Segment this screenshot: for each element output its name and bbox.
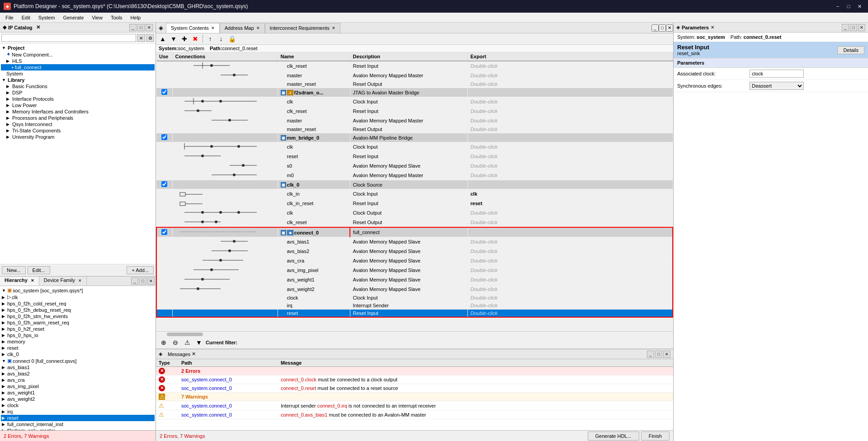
use-cell[interactable]	[156, 88, 172, 97]
tab-device-family[interactable]: Device Family ✕	[39, 277, 87, 286]
export-cell[interactable]: Double-click	[467, 266, 673, 275]
filter-dropdown-btn[interactable]: ▼	[194, 338, 204, 347]
menu-tools[interactable]: Tools	[107, 14, 126, 21]
hier-minimize-btn[interactable]: _	[131, 277, 138, 285]
tree-new-component[interactable]: ✦ New Component...	[1, 51, 155, 58]
tree-tri-state[interactable]: ▶ Tri-State Components	[1, 127, 155, 134]
ip-catalog-close-btn[interactable]: ✕	[146, 24, 153, 31]
hier-connect-0[interactable]: ▼ ▣ connect 0 [full_connect.qsvs]	[1, 357, 155, 364]
table-row-component[interactable]: ▣ clk_0 Clock Source	[156, 180, 673, 189]
messages-tab-close[interactable]: ✕	[192, 351, 196, 357]
tree-processors[interactable]: ▶ Processors and Peripherals	[1, 115, 155, 121]
tree-system[interactable]: System	[1, 70, 155, 77]
hier-restore-btn[interactable]: □	[139, 277, 146, 285]
remove-filter-btn[interactable]: ⊖	[170, 338, 180, 347]
hier-avs-weight2[interactable]: ▶ avs_weight2	[1, 396, 155, 402]
table-row-avs-img[interactable]: avs_img_pixel Avalon Memory Mapped Slave…	[156, 266, 673, 275]
toolbar-connect-up-btn[interactable]: ↑	[205, 34, 215, 44]
messages-tab[interactable]: Messages ✕	[164, 350, 199, 358]
horizontal-scrollbar[interactable]	[156, 331, 673, 337]
export-cell[interactable]: Double-click	[467, 247, 673, 256]
hier-avs-bias2[interactable]: ▶ avs_bias2	[1, 371, 155, 377]
menu-system[interactable]: System	[35, 14, 59, 21]
params-minimize-btn[interactable]: _	[842, 24, 849, 31]
hier-close-btn[interactable]: ✕	[147, 277, 155, 285]
hier-memory[interactable]: ▶ memory	[1, 338, 155, 345]
table-row-irq[interactable]: irq Interrupt Sender Double-click	[156, 302, 673, 310]
minimize-button[interactable]: −	[833, 2, 843, 10]
hier-irq[interactable]: ▶ irq	[1, 408, 155, 415]
hier-avs-weight1[interactable]: ▶ avs_weight1	[1, 389, 155, 396]
table-row[interactable]: clk Clock Input Double-click	[156, 97, 673, 107]
tree-memory-interfaces[interactable]: ▶ Memory Interfaces and Controllers	[1, 108, 155, 115]
export-cell[interactable]: Double-click	[467, 161, 673, 171]
export-cell[interactable]: Double-click	[467, 237, 673, 247]
export-cell[interactable]: Double-click	[467, 218, 673, 228]
tree-dsp[interactable]: ▶ DSP	[1, 89, 155, 96]
use-checkbox[interactable]	[161, 134, 167, 140]
table-row[interactable]: master Avalon Memory Mapped Master Doubl…	[156, 116, 673, 126]
msg-minimize-btn[interactable]: _	[647, 351, 654, 358]
center-minimize-btn[interactable]: _	[651, 24, 659, 32]
add-filter-btn[interactable]: ⊕	[159, 338, 169, 347]
params-restore-btn[interactable]: □	[850, 24, 857, 31]
hier-clk-0[interactable]: ▶ clk_0	[1, 351, 155, 357]
tree-low-power[interactable]: ▶ Low Power	[1, 102, 155, 108]
menu-edit[interactable]: Edit	[18, 14, 34, 21]
table-row[interactable]: m0 Avalon Memory Mapped Master Double-cl…	[156, 171, 673, 180]
hier-soc-system[interactable]: ▼ ▣ soc_system [soc_system.qsys*]	[1, 287, 155, 294]
table-row-component[interactable]: ▣ J f2sdram_o... JTAG to Avalon Master B…	[156, 88, 673, 97]
address-map-close[interactable]: ✕	[256, 26, 260, 30]
ip-catalog-search-settings[interactable]: ⚙	[146, 34, 154, 42]
connect0-use-checkbox[interactable]	[161, 229, 167, 235]
table-row[interactable]: clk_in Clock Input clk	[156, 189, 673, 199]
hier-hps-cold[interactable]: ▶ hps_0_f2h_cold_reset_req	[1, 300, 155, 307]
table-row[interactable]: clk_reset Reset Output Double-click	[156, 218, 673, 228]
params-close-icon[interactable]: ✕	[711, 25, 714, 30]
export-cell[interactable]: Double-click	[467, 71, 673, 80]
hier-avs-cra[interactable]: ▶ avs_cra	[1, 377, 155, 383]
menu-view[interactable]: View	[88, 14, 106, 21]
export-cell[interactable]: Double-click	[467, 256, 673, 266]
table-row[interactable]: clk Clock Output Double-click	[156, 208, 673, 218]
export-cell[interactable]: Double-click	[467, 152, 673, 161]
param-sync-edges-select[interactable]: Deassert Assert Both None	[750, 82, 804, 90]
center-close-btn[interactable]: ✕	[666, 24, 673, 32]
table-row-avs-cra[interactable]: avs_cra Avalon Memory Mapped Slave Doubl…	[156, 256, 673, 266]
export-cell[interactable]: Double-click	[467, 310, 673, 318]
table-row-reset-selected[interactable]: reset Reset Input Double-click	[156, 310, 673, 318]
hierarchy-tab-close[interactable]: ✕	[31, 278, 34, 283]
msg-row-error1[interactable]: ✕ soc_system.connect_0 connect_0.clock m…	[156, 375, 673, 384]
export-cell[interactable]: Double-click	[467, 142, 673, 152]
msg-close-btn[interactable]: ✕	[663, 351, 670, 358]
tree-full-connect[interactable]: • full_connect	[1, 64, 155, 70]
use-cell[interactable]	[156, 227, 172, 237]
menu-help[interactable]: Help	[127, 14, 145, 21]
use-checkbox[interactable]	[161, 89, 167, 95]
export-cell[interactable]: Double-click	[467, 107, 673, 116]
table-row[interactable]: clk_reset Reset Input Double-click	[156, 61, 673, 71]
add-button[interactable]: + Add...	[127, 266, 154, 274]
hier-avs-bias1[interactable]: ▶ avs_bias1	[1, 364, 155, 371]
tree-university[interactable]: ▶ University Program	[1, 134, 155, 140]
msg-row-warn1[interactable]: ⚠ soc_system.connect_0 Interrupt sender …	[156, 401, 673, 410]
table-row-avs-weight2[interactable]: avs_weight2 Avalon Memory Mapped Slave D…	[156, 285, 673, 294]
export-cell[interactable]: Double-click	[467, 285, 673, 294]
tree-interface-protocols[interactable]: ▶ Interface Protocols	[1, 96, 155, 102]
params-close-btn[interactable]: ✕	[858, 24, 865, 31]
export-cell[interactable]: Double-click	[467, 116, 673, 126]
ip-catalog-close-icon[interactable]: ✕	[36, 24, 40, 30]
hier-reset-selected[interactable]: ▶ reset	[1, 415, 155, 421]
msg-row-error2[interactable]: ✕ soc_system.connect_0 connect_0.reset m…	[156, 384, 673, 393]
use-cell[interactable]	[156, 180, 172, 189]
hier-full-connect-internal[interactable]: ▶ full_connect_internal_inst	[1, 421, 155, 427]
export-cell[interactable]: Double-click	[467, 208, 673, 218]
hier-hps-warm[interactable]: ▶ hps_0_f2h_warm_reset_req	[1, 319, 155, 326]
table-row[interactable]: clk_in_reset Reset Input reset	[156, 199, 673, 208]
hier-hps-debug[interactable]: ▶ hps_0_f2h_debug_reset_req	[1, 307, 155, 313]
table-row[interactable]: master_reset Reset Output Double-click	[156, 126, 673, 133]
export-cell[interactable]: Double-click	[467, 294, 673, 302]
edit-button[interactable]: Edit...	[28, 266, 50, 274]
ip-catalog-restore-btn[interactable]: □	[137, 24, 145, 31]
table-row[interactable]: s0 Avalon Memory Mapped Slave Double-cli…	[156, 161, 673, 171]
